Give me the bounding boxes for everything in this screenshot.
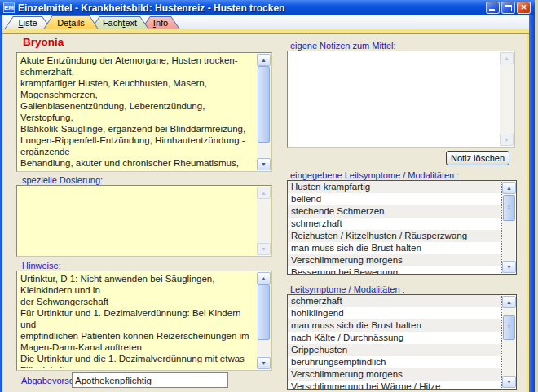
list-item[interactable]: Verschlimmerung bei Wärme / Hitze: [288, 381, 501, 389]
list-item[interactable]: bellend: [288, 193, 501, 205]
dosage-text: [20, 187, 255, 254]
symptoms-rows: schmerzhaft hohlklingend man muss sich d…: [288, 295, 501, 389]
scroll-thumb[interactable]: [258, 284, 270, 340]
list-item[interactable]: berührungsempfindlich: [288, 356, 501, 368]
list-item[interactable]: Grippehusten: [288, 344, 501, 356]
list-item[interactable]: Verschlimmerung morgens: [288, 368, 501, 381]
scroll-down-button[interactable]: ▼: [502, 261, 516, 273]
scroll-up-button[interactable]: ▲: [257, 54, 271, 66]
scroll-down-button[interactable]: ▼: [257, 243, 271, 255]
window-edge: [535, 0, 538, 392]
scrollbar[interactable]: ▲ ▼: [257, 54, 271, 170]
list-item[interactable]: man muss sich die Brust halten: [288, 319, 501, 332]
entered-symptoms-rows: Husten krampfartig bellend stechende Sch…: [288, 181, 501, 274]
list-item[interactable]: Verschlimmerung morgens: [288, 254, 501, 266]
own-notes-text: [291, 53, 498, 145]
close-button[interactable]: ✕: [517, 2, 531, 14]
scroll-thumb[interactable]: ≡: [503, 195, 515, 221]
entered-symptoms-label: eingegebene Leitsymptome / Modalitäten :: [290, 170, 459, 180]
scroll-down-icon: ▼: [261, 246, 267, 252]
scroll-up-button[interactable]: ▲: [257, 272, 271, 284]
delete-note-button[interactable]: Notiz löschen: [446, 151, 509, 165]
scrollbar[interactable]: ▲ ▼: [257, 272, 271, 369]
hints-text: Urtinktur, D 1: Nicht anwenden bei Säugl…: [20, 273, 255, 368]
dispensing-input[interactable]: [72, 372, 228, 388]
tab-fachtext-label: Fachtext: [90, 16, 149, 28]
list-item[interactable]: nach Kälte / Durchnässung: [288, 332, 501, 344]
symptoms-label: Leitsymptome / Modalitäten :: [290, 284, 405, 294]
scroll-up-icon: ▲: [261, 275, 267, 281]
own-notes-label: eigene Notizen zum Mittel:: [290, 41, 396, 51]
tab-fachtext[interactable]: Fachtext: [90, 16, 149, 29]
scroll-up-icon: ▲: [506, 185, 512, 191]
scroll-down-icon: ▼: [504, 137, 509, 143]
scroll-up-icon: ▲: [261, 57, 267, 63]
list-item[interactable]: Besserung bei Bewegung: [288, 266, 501, 274]
window-border-right: [529, 15, 535, 392]
indications-text: Akute Entzündung der Atemorgane, Husten …: [20, 55, 255, 170]
scroll-up-icon: ▲: [504, 55, 509, 61]
scroll-down-icon: ▼: [261, 360, 267, 366]
scroll-down-icon: ▼: [506, 379, 512, 385]
scroll-down-icon: ▼: [261, 161, 267, 167]
list-item[interactable]: schmerzhaft: [288, 218, 501, 230]
list-item[interactable]: stechende Schmerzen: [288, 205, 501, 218]
hints-label: Hinweise:: [22, 261, 61, 271]
window-titlebar: EM Einzelmittel - Krankheitsbild: Husten…: [0, 0, 535, 15]
list-item[interactable]: Husten krampfartig: [288, 181, 501, 193]
scroll-up-icon: ▲: [506, 299, 512, 305]
window-title: Einzelmittel - Krankheitsbild: Hustenrei…: [18, 2, 486, 14]
scroll-up-icon: ▲: [261, 190, 267, 196]
thumb-grip-icon: ≡: [504, 324, 514, 329]
scroll-up-button[interactable]: ▲: [257, 187, 271, 199]
scroll-down-button[interactable]: ▼: [257, 158, 271, 170]
scrollbar[interactable]: ▲ ≡ ▼: [501, 182, 515, 273]
scroll-down-icon: ▼: [506, 264, 512, 270]
scrollbar[interactable]: ▲ ▼: [257, 187, 271, 255]
application-window: EM Einzelmittel - Krankheitsbild: Husten…: [0, 0, 538, 392]
tab-details[interactable]: Details: [43, 15, 99, 29]
thumb-grip-icon: ≡: [504, 205, 514, 209]
hints-textarea[interactable]: Urtinktur, D 1: Nicht anwenden bei Säugl…: [16, 271, 272, 371]
app-icon: EM: [3, 2, 15, 13]
close-icon: ✕: [521, 3, 527, 11]
list-item[interactable]: hohlklingend: [288, 307, 501, 319]
maximize-button[interactable]: [501, 2, 515, 14]
scroll-down-button[interactable]: ▼: [502, 376, 516, 388]
entered-symptoms-list[interactable]: Husten krampfartig bellend stechende Sch…: [287, 180, 517, 275]
scrollbar[interactable]: ▲ ▼: [500, 52, 514, 146]
remedy-name: Bryonia: [23, 36, 64, 48]
scroll-thumb[interactable]: [258, 66, 270, 143]
scrollbar[interactable]: ▲ ≡ ▼: [501, 296, 515, 388]
tabs: Liste Details Fachtext Info: [4, 16, 172, 30]
scroll-up-button[interactable]: ▲: [502, 182, 516, 194]
maximize-icon: [505, 5, 512, 11]
window-controls: ✕: [486, 2, 531, 14]
scroll-up-button[interactable]: ▲: [502, 296, 516, 308]
list-item[interactable]: Reizhusten / Kitzelhusten / Räusperzwang: [288, 230, 501, 242]
own-notes-textarea[interactable]: ▲ ▼: [287, 51, 515, 148]
scroll-up-button[interactable]: ▲: [500, 52, 514, 64]
minimize-button[interactable]: [486, 2, 500, 14]
minimize-icon: [489, 9, 495, 11]
list-item[interactable]: schmerzhaft: [288, 295, 501, 307]
tab-details-label: Details: [43, 15, 99, 28]
scroll-down-button[interactable]: ▼: [500, 134, 514, 146]
dosage-textarea[interactable]: ▲ ▼: [16, 185, 272, 257]
scroll-thumb[interactable]: ≡: [503, 315, 515, 340]
symptoms-list[interactable]: schmerzhaft hohlklingend man muss sich d…: [287, 294, 517, 390]
list-item[interactable]: man muss sich die Brust halten: [288, 242, 501, 254]
dosage-label: spezielle Dosierung:: [22, 175, 103, 185]
scroll-down-button[interactable]: ▼: [257, 357, 271, 369]
indications-textarea[interactable]: Akute Entzündung der Atemorgane, Husten …: [16, 52, 272, 172]
